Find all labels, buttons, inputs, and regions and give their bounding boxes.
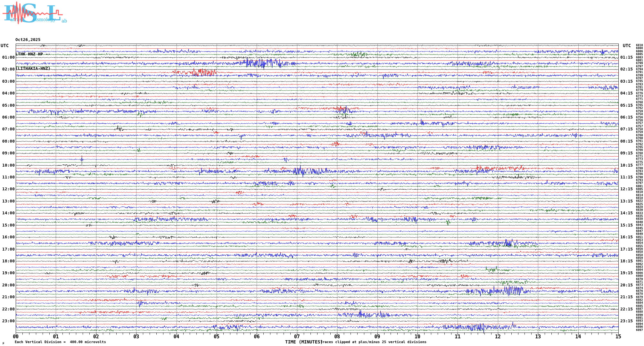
sequence-id-label: 6759 — [636, 131, 643, 134]
psl-logo: P S L atras eismology ab — [2, 1, 71, 26]
sequence-id-label: 6884 — [636, 301, 643, 304]
right-hour-label: 16:15 — [620, 235, 633, 239]
x-tick-label: 00 — [13, 334, 19, 339]
left-hour-label: 10:00 — [0, 163, 15, 167]
left-hour-label: 13:00 — [0, 199, 15, 203]
header-channel: LTHK HNZ HP -- — [15, 52, 51, 56]
right-hour-label: 08:15 — [620, 139, 633, 143]
header-block: Oct26,2025 LTHK HNZ HP -- (LITHAKIA-HNZ) — [15, 28, 51, 76]
sequence-id-label: 6897 — [636, 329, 643, 332]
right-hour-label: 15:15 — [620, 223, 633, 227]
left-hour-label: 08:00 — [0, 139, 15, 143]
x-tick-label: 14 — [575, 334, 581, 339]
x-tick-label: 10 — [415, 334, 420, 339]
left-hour-label: 09:00 — [0, 151, 15, 155]
right-hour-label: 11:15 — [620, 175, 633, 179]
header-station: (LITHAKIA-HNZ) — [15, 66, 51, 71]
left-hour-label: 02:00 — [0, 67, 15, 71]
left-hour-label: 07:00 — [0, 127, 15, 131]
x-tick-label: 15 — [615, 334, 621, 339]
sequence-id-label: 6810 — [636, 191, 643, 194]
sequence-id-label: 6799 — [636, 62, 643, 65]
sequence-id-label: 6854 — [636, 242, 643, 244]
left-hour-label: 15:00 — [0, 223, 15, 227]
sequence-id-label: 6779 — [636, 89, 643, 92]
left-hour-label: 12:00 — [0, 187, 15, 191]
right-hour-label: 04:15 — [620, 91, 633, 95]
scale-glyph: μ — [3, 342, 4, 344]
right-hour-label: 01:15 — [620, 55, 633, 59]
sequence-id-label: 6757 — [636, 122, 643, 125]
right-hour-label: 12:15 — [620, 187, 633, 191]
left-hour-label: 06:00 — [0, 115, 15, 119]
x-tick-label: 05 — [214, 334, 219, 339]
utc-label-right: UTC — [623, 43, 631, 48]
right-hour-label: 21:15 — [620, 295, 633, 299]
right-hour-label: 19:15 — [620, 271, 633, 275]
left-hour-label: 03:00 — [0, 79, 15, 83]
sequence-id-label: 6797 — [636, 182, 643, 185]
right-hour-label: 17:15 — [620, 247, 633, 251]
right-hour-label: 22:15 — [620, 307, 633, 311]
x-axis-title: TIME (MINUTES) — [285, 339, 323, 344]
left-hour-label: 18:00 — [0, 259, 15, 263]
sequence-id-label: 6858 — [636, 251, 643, 253]
left-hour-label: 19:00 — [0, 271, 15, 275]
sequence-id-label: 6791 — [636, 71, 643, 74]
right-hour-label: 10:15 — [620, 163, 633, 167]
svg-text:eismology: eismology — [33, 17, 56, 22]
left-hour-label: 22:00 — [0, 307, 15, 311]
x-tick-label: 12 — [495, 334, 501, 339]
sequence-id-label: 6777 — [636, 164, 643, 167]
left-hour-label: 11:00 — [0, 175, 15, 179]
x-tick-label: 01 — [53, 334, 59, 339]
header-date: Oct26,2025 — [15, 37, 51, 42]
sequence-id-label: 6878 — [636, 292, 643, 295]
utc-label-left: UTC — [1, 43, 9, 48]
clip-note: Traces clipped at plus/minus 25 vertical… — [320, 340, 426, 344]
x-tick-label: 06 — [254, 334, 260, 339]
left-hour-label: 14:00 — [0, 211, 15, 215]
right-hour-label: 18:15 — [620, 259, 633, 263]
sequence-id-label: 6849 — [636, 233, 643, 235]
x-tick-label: 07 — [294, 334, 300, 339]
right-hour-label: 09:15 — [620, 151, 633, 155]
sequence-id-label: 6805 — [636, 53, 643, 56]
x-tick-label: 02 — [93, 334, 99, 339]
right-hour-label: 20:15 — [620, 283, 633, 287]
left-hour-label: 01:00 — [0, 55, 15, 59]
sequence-id-label: 6758 — [636, 113, 643, 116]
svg-text:ab: ab — [62, 18, 67, 23]
sequence-id-label: 6786 — [636, 173, 643, 176]
left-hour-label: 20:00 — [0, 283, 15, 287]
left-hour-label: 21:00 — [0, 295, 15, 299]
x-tick-label: 09 — [375, 334, 380, 339]
right-hour-label: 03:15 — [620, 79, 633, 83]
left-hour-label: 04:00 — [0, 91, 15, 95]
x-tick-label: 11 — [455, 334, 460, 339]
right-hour-label: 05:15 — [620, 103, 633, 107]
x-tick-label: 08 — [334, 334, 340, 339]
scale-note: Each Vertical Division = 400.00 microvol… — [15, 340, 106, 344]
right-hour-label: 14:15 — [620, 211, 633, 215]
right-hour-label: 23:15 — [620, 319, 633, 323]
right-hour-label: 13:15 — [620, 199, 633, 203]
left-hour-label: 17:00 — [0, 247, 15, 251]
sequence-id-label: 6761 — [636, 140, 643, 143]
x-tick-label: 03 — [133, 334, 139, 339]
helicorder-page: { "logo": { "letters": ["P","S","L"], "s… — [0, 0, 644, 346]
x-tick-label: 13 — [535, 334, 541, 339]
sequence-id-label: 6896 — [636, 325, 643, 328]
left-hour-label: 23:00 — [0, 319, 15, 323]
x-tick-label: 04 — [174, 334, 179, 339]
sequence-id-label: 6873 — [636, 284, 643, 286]
sequence-id-label: 6843 — [636, 224, 643, 227]
sequence-id-label: 6868 — [636, 275, 643, 277]
left-hour-label: 05:00 — [0, 103, 15, 107]
right-hour-label: 06:15 — [620, 115, 633, 119]
right-hour-label: 07:15 — [620, 127, 633, 131]
helicorder-canvas — [0, 0, 644, 346]
right-hour-label: 02:15 — [620, 67, 633, 71]
sequence-id-label: 6785 — [636, 80, 643, 83]
left-hour-label: 16:00 — [0, 235, 15, 239]
